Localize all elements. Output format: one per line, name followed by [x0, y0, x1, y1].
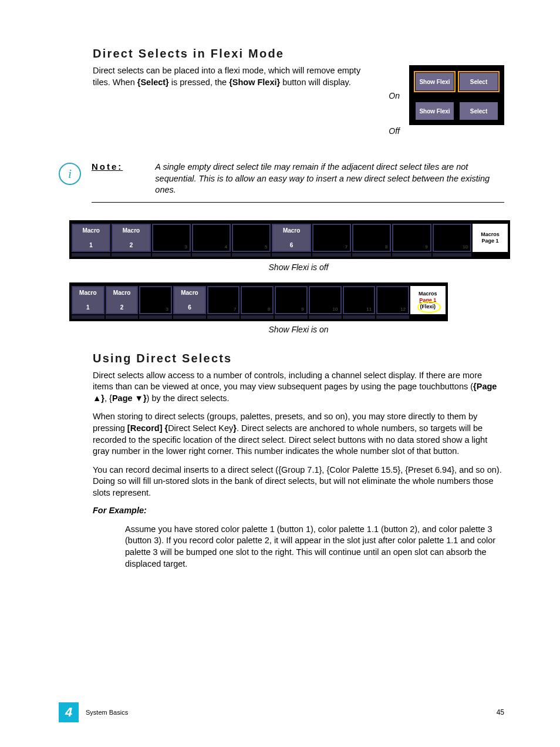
macro-tile[interactable]: 10: [433, 224, 471, 252]
example-label: For Example:: [93, 506, 504, 515]
macro-tile[interactable]: 8: [352, 224, 391, 252]
tile-slot-number: 7: [234, 307, 236, 312]
macro-tile[interactable]: 12: [376, 286, 409, 314]
macro-strip-on: Macros Page 1 (Flexi) Macro11Macro223Mac…: [69, 282, 448, 315]
tile-label: Macro: [283, 227, 300, 234]
intro-text-2: is pressed, the: [169, 78, 229, 87]
strip-on-title-3: (Flexi): [420, 304, 436, 309]
select-key: {Select}: [137, 78, 169, 87]
macro-tile[interactable]: 11: [343, 286, 376, 314]
tile-slot-number: 8: [385, 244, 387, 250]
p1e: ) by the direct selects.: [147, 393, 230, 403]
tile-label: Macro: [123, 227, 140, 234]
p1c: , {: [104, 393, 112, 403]
show-flexi-button-off[interactable]: Show Flexi: [415, 102, 454, 120]
heading-flexi-mode: Direct Selects in Flexi Mode: [93, 47, 504, 60]
off-label: Off: [389, 126, 400, 136]
intro-text-3: button will display.: [280, 78, 351, 87]
tile-slot-number: 1: [104, 244, 107, 250]
record-key: [Record] {: [127, 423, 168, 433]
macro-tile[interactable]: Macro11: [72, 224, 110, 252]
macro-tile[interactable]: Macro66: [173, 286, 206, 314]
strip-on-title: Macros Page 1 (Flexi): [410, 286, 446, 314]
tile-label: Macro: [79, 290, 96, 296]
strip-on-title-2: Page 1: [419, 297, 436, 303]
example-text: Assume you have stored color palette 1 (…: [125, 524, 504, 570]
using-p1: Direct selects allow access to a number …: [93, 370, 504, 405]
tile-slot-number: 1: [98, 307, 100, 312]
button-preview-panel: Show Flexi Select Show Flexi Select: [409, 65, 504, 125]
on-label: On: [389, 91, 400, 100]
macro-tile[interactable]: Macro22: [112, 224, 150, 252]
tile-slot-number: 2: [144, 244, 147, 250]
tile-value: 2: [120, 304, 124, 311]
note-block: Note: A single empty direct select tile …: [92, 161, 504, 203]
page-down-key: Page ▼}: [112, 393, 147, 403]
note-text: A single empty direct select tile may re…: [155, 161, 504, 196]
tile-slot-number: 7: [345, 244, 348, 250]
using-p2: When storing to direct selects (groups, …: [93, 411, 504, 457]
strip-off-title-2: Page 1: [481, 238, 498, 244]
intro-paragraph: Direct selects can be placed into a flex…: [93, 65, 373, 88]
caption-off: Show Flexi is off: [93, 263, 504, 272]
chapter-badge: 4: [59, 702, 79, 722]
macro-tile[interactable]: 8: [241, 286, 274, 314]
heading-using-direct-selects: Using Direct Selects: [93, 352, 504, 365]
show-flexi-button-on[interactable]: Show Flexi: [415, 72, 454, 91]
macro-tile[interactable]: 5: [232, 224, 271, 252]
select-button-off[interactable]: Select: [459, 102, 498, 120]
page-footer: 4 System Basics 45: [59, 702, 504, 722]
strip-off-title: Macros Page 1: [473, 224, 508, 252]
tile-slot-number: 6: [305, 244, 307, 250]
macro-tile[interactable]: 3: [139, 286, 172, 314]
select-button-on[interactable]: Select: [459, 72, 498, 91]
macro-tile[interactable]: 10: [309, 286, 342, 314]
tile-slot-number: 4: [225, 244, 227, 250]
tile-label: Macro: [113, 290, 130, 296]
macro-tile[interactable]: 7: [312, 224, 351, 252]
strip-on-title-1: Macros: [419, 291, 437, 297]
macro-tile[interactable]: Macro22: [106, 286, 139, 314]
macro-strip-off: Macros Page 1 Macro11Macro22345Macro6678…: [69, 220, 510, 253]
tile-slot-number: 9: [425, 244, 427, 250]
caption-on: Show Flexi is on: [93, 325, 504, 334]
strip-off-title-1: Macros: [481, 231, 500, 237]
tile-value: 2: [130, 242, 133, 248]
macro-tile[interactable]: 9: [275, 286, 308, 314]
tile-slot-number: 10: [333, 307, 338, 312]
macro-tile[interactable]: 9: [392, 224, 431, 252]
macro-tile[interactable]: 3: [152, 224, 191, 252]
show-flexi-key: {Show Flexi}: [229, 78, 280, 87]
tile-label: Macro: [181, 290, 198, 296]
tile-label: Macro: [82, 227, 99, 234]
macro-tile[interactable]: Macro11: [72, 286, 104, 314]
tile-slot-number: 6: [200, 307, 202, 312]
tile-slot-number: 10: [463, 244, 468, 250]
tile-slot-number: 3: [166, 307, 168, 312]
p1a: Direct selects allow access to a number …: [93, 371, 482, 392]
tile-value: 1: [86, 304, 90, 311]
footer-title: System Basics: [86, 709, 128, 716]
footer-page: 45: [497, 708, 504, 716]
tile-slot-number: 8: [268, 307, 270, 312]
tile-slot-number: 5: [265, 244, 267, 250]
note-label: Note:: [92, 161, 123, 196]
using-p3: You can record decimal inserts to a dire…: [93, 465, 504, 499]
tile-slot-number: 12: [400, 307, 406, 312]
tile-slot-number: 9: [301, 307, 303, 312]
macro-tile[interactable]: 4: [192, 224, 231, 252]
tile-slot-number: 3: [184, 244, 187, 250]
info-icon: i: [59, 163, 81, 185]
tile-value: 1: [89, 242, 93, 248]
tile-slot-number: 2: [132, 307, 134, 312]
p2c: Direct Select Key: [168, 423, 233, 433]
tile-value: 6: [188, 304, 191, 311]
tile-value: 6: [290, 242, 294, 248]
macro-tile[interactable]: Macro66: [272, 224, 311, 252]
tile-slot-number: 11: [366, 307, 372, 312]
macro-tile[interactable]: 7: [207, 286, 240, 314]
